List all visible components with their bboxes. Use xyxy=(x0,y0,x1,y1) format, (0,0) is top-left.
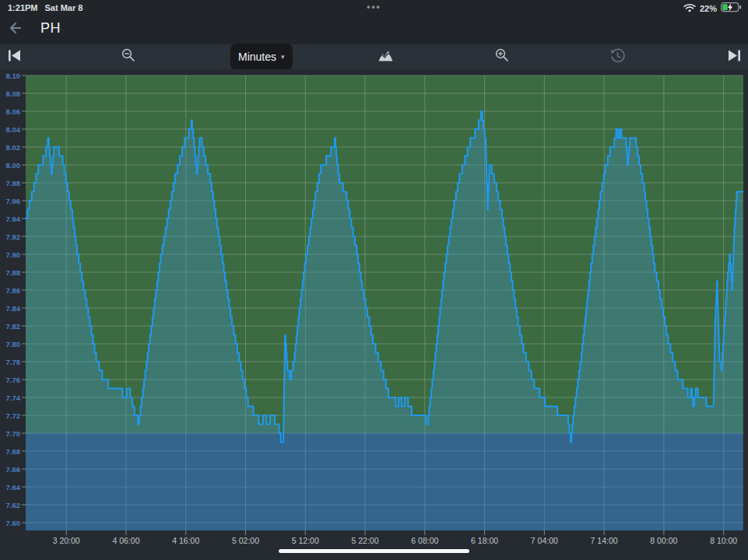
y-axis-label: 7.90 xyxy=(6,250,21,259)
chart-type-button[interactable] xyxy=(375,44,395,69)
x-axis-label: 7 14:00 xyxy=(591,536,618,545)
more-dots-icon: ••• xyxy=(0,2,748,12)
area-chart-icon xyxy=(378,50,393,65)
interval-dropdown[interactable]: Minutes ▾ xyxy=(230,44,293,70)
battery-charging-icon xyxy=(721,2,742,14)
ph-chart-plot[interactable]: 7.607.627.647.667.687.707.727.747.767.78… xyxy=(0,69,748,560)
chevron-down-icon: ▾ xyxy=(281,53,285,61)
battery-percent: 22% xyxy=(700,4,717,13)
skip-start-button[interactable] xyxy=(5,44,23,69)
y-axis-label: 7.84 xyxy=(6,304,21,313)
history-clock-icon xyxy=(610,48,625,66)
back-button[interactable] xyxy=(8,21,28,40)
history-button[interactable] xyxy=(607,44,627,69)
nav-bar: PH xyxy=(0,16,748,44)
x-axis-label: 8 00:00 xyxy=(650,536,677,545)
y-axis-label: 7.78 xyxy=(6,358,21,366)
y-axis-label: 7.62 xyxy=(6,501,21,509)
y-axis-label: 8.10 xyxy=(6,72,21,80)
skip-to-end-icon xyxy=(728,50,741,65)
x-axis-label: 3 20:00 xyxy=(53,536,80,545)
x-axis-label: 4 16:00 xyxy=(172,536,199,545)
y-axis-label: 7.86 xyxy=(6,286,21,295)
interval-label: Minutes xyxy=(238,51,276,63)
x-axis-label: 5 02:00 xyxy=(232,536,259,545)
page-title: PH xyxy=(40,20,61,37)
x-axis-label: 7 04:00 xyxy=(531,536,558,545)
y-axis-label: 8.04 xyxy=(6,125,21,134)
y-axis-label: 7.64 xyxy=(6,483,21,492)
y-axis-label: 8.08 xyxy=(6,89,21,98)
y-axis-label: 8.02 xyxy=(6,143,21,152)
y-axis-label: 7.98 xyxy=(6,179,21,187)
x-axis-label: 5 12:00 xyxy=(292,536,319,545)
chart-toolbar: Minutes ▾ xyxy=(0,44,748,69)
skip-end-button[interactable] xyxy=(725,44,743,69)
skip-to-start-icon xyxy=(8,50,21,65)
zoom-in-button[interactable] xyxy=(492,44,512,69)
y-axis-label: 7.68 xyxy=(6,447,21,456)
y-axis-label: 8.06 xyxy=(6,107,21,116)
chart-region: 7.607.627.647.667.687.707.727.747.767.78… xyxy=(0,69,748,560)
y-axis-label: 7.88 xyxy=(6,268,21,277)
y-axis-label: 7.72 xyxy=(6,411,21,420)
x-axis-label: 8 10:00 xyxy=(710,536,737,545)
x-axis-label: 6 18:00 xyxy=(471,536,498,545)
y-axis-label: 7.80 xyxy=(6,340,21,348)
y-axis-label: 7.74 xyxy=(6,394,21,402)
y-axis-label: 7.92 xyxy=(6,233,21,241)
y-axis-label: 7.60 xyxy=(6,519,21,527)
x-axis-label: 4 06:00 xyxy=(112,536,139,545)
y-axis-label: 7.66 xyxy=(6,465,21,474)
y-axis-label: 7.82 xyxy=(6,322,21,331)
y-axis-label: 7.96 xyxy=(6,197,21,205)
y-axis-label: 7.76 xyxy=(6,376,21,384)
y-axis-label: 8.00 xyxy=(6,161,21,170)
status-bar: 1:21PM Sat Mar 8 ••• 22% xyxy=(0,0,748,16)
y-axis-label: 7.70 xyxy=(6,429,21,438)
x-axis-label: 5 22:00 xyxy=(352,536,379,545)
home-indicator[interactable] xyxy=(279,549,469,553)
zoom-out-icon xyxy=(121,48,135,65)
app-root: 1:21PM Sat Mar 8 ••• 22% xyxy=(0,0,748,560)
y-axis-label: 7.94 xyxy=(6,215,21,223)
back-arrow-icon xyxy=(8,24,23,37)
zoom-out-button[interactable] xyxy=(118,44,139,69)
wifi-icon xyxy=(683,3,696,14)
x-axis-label: 6 08:00 xyxy=(411,536,438,545)
zoom-in-icon xyxy=(495,48,509,65)
